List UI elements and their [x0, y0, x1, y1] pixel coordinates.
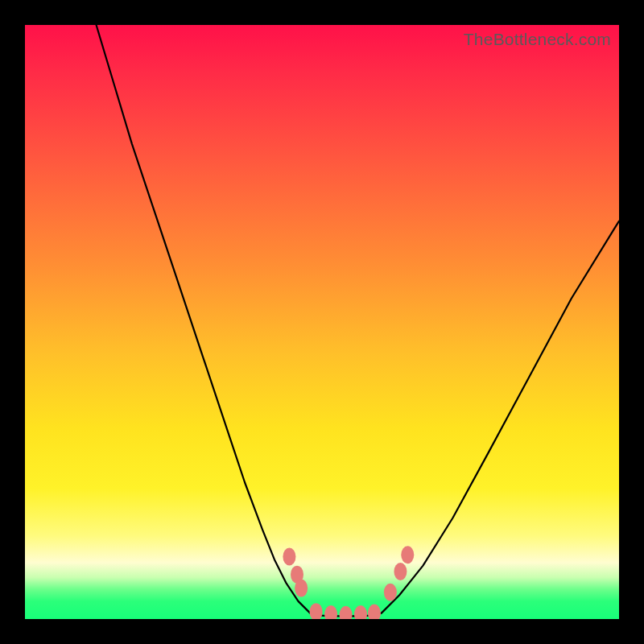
marker-point: [310, 603, 323, 619]
marker-point: [384, 584, 397, 601]
marker-point: [324, 605, 337, 619]
marker-point: [368, 605, 381, 619]
chart-svg: [25, 25, 619, 619]
chart-plot-area: TheBottleneck.com: [25, 25, 619, 619]
chart-frame: TheBottleneck.com: [0, 0, 644, 644]
marker-point: [401, 546, 414, 564]
marker-point: [295, 580, 308, 597]
marker-point: [283, 548, 295, 566]
marker-point: [340, 606, 353, 619]
bottleneck-curve: [97, 25, 619, 616]
marker-point: [354, 605, 367, 619]
marker-point: [394, 563, 407, 580]
